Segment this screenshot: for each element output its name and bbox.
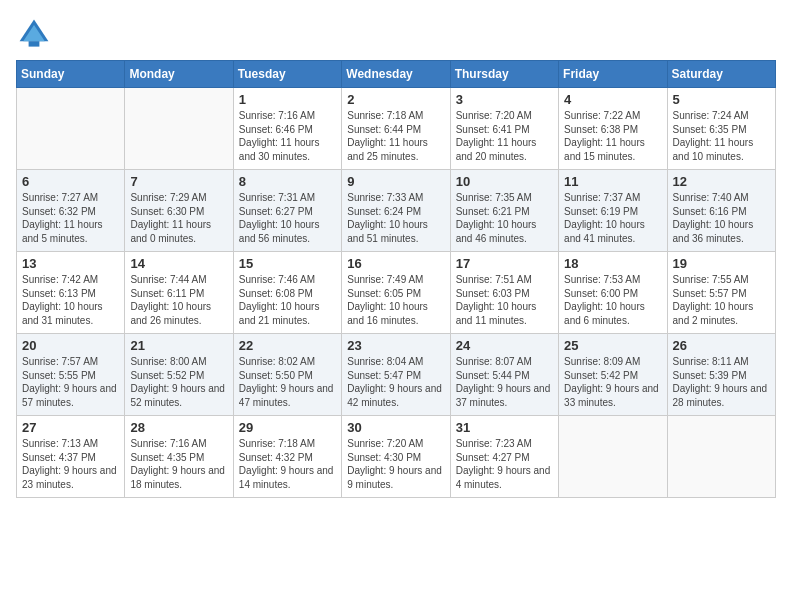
day-detail: Sunrise: 7:18 AM Sunset: 6:44 PM Dayligh… — [347, 109, 444, 163]
calendar-cell: 5Sunrise: 7:24 AM Sunset: 6:35 PM Daylig… — [667, 88, 775, 170]
calendar-week-3: 13Sunrise: 7:42 AM Sunset: 6:13 PM Dayli… — [17, 252, 776, 334]
calendar-cell: 3Sunrise: 7:20 AM Sunset: 6:41 PM Daylig… — [450, 88, 558, 170]
day-detail: Sunrise: 8:04 AM Sunset: 5:47 PM Dayligh… — [347, 355, 444, 409]
day-detail: Sunrise: 7:23 AM Sunset: 4:27 PM Dayligh… — [456, 437, 553, 491]
day-detail: Sunrise: 7:29 AM Sunset: 6:30 PM Dayligh… — [130, 191, 227, 245]
day-detail: Sunrise: 7:27 AM Sunset: 6:32 PM Dayligh… — [22, 191, 119, 245]
day-number: 16 — [347, 256, 444, 271]
calendar-cell — [17, 88, 125, 170]
calendar-cell — [667, 416, 775, 498]
day-number: 12 — [673, 174, 770, 189]
day-number: 19 — [673, 256, 770, 271]
calendar-table: SundayMondayTuesdayWednesdayThursdayFrid… — [16, 60, 776, 498]
day-detail: Sunrise: 8:11 AM Sunset: 5:39 PM Dayligh… — [673, 355, 770, 409]
day-number: 5 — [673, 92, 770, 107]
day-number: 30 — [347, 420, 444, 435]
day-header-saturday: Saturday — [667, 61, 775, 88]
calendar-cell: 7Sunrise: 7:29 AM Sunset: 6:30 PM Daylig… — [125, 170, 233, 252]
day-detail: Sunrise: 7:37 AM Sunset: 6:19 PM Dayligh… — [564, 191, 661, 245]
calendar-cell: 27Sunrise: 7:13 AM Sunset: 4:37 PM Dayli… — [17, 416, 125, 498]
day-detail: Sunrise: 7:57 AM Sunset: 5:55 PM Dayligh… — [22, 355, 119, 409]
day-number: 2 — [347, 92, 444, 107]
calendar-cell: 8Sunrise: 7:31 AM Sunset: 6:27 PM Daylig… — [233, 170, 341, 252]
day-detail: Sunrise: 8:00 AM Sunset: 5:52 PM Dayligh… — [130, 355, 227, 409]
day-detail: Sunrise: 7:22 AM Sunset: 6:38 PM Dayligh… — [564, 109, 661, 163]
calendar-cell: 20Sunrise: 7:57 AM Sunset: 5:55 PM Dayli… — [17, 334, 125, 416]
day-number: 15 — [239, 256, 336, 271]
day-header-thursday: Thursday — [450, 61, 558, 88]
day-header-sunday: Sunday — [17, 61, 125, 88]
calendar-week-5: 27Sunrise: 7:13 AM Sunset: 4:37 PM Dayli… — [17, 416, 776, 498]
calendar-cell: 22Sunrise: 8:02 AM Sunset: 5:50 PM Dayli… — [233, 334, 341, 416]
day-number: 3 — [456, 92, 553, 107]
day-number: 29 — [239, 420, 336, 435]
day-number: 10 — [456, 174, 553, 189]
day-detail: Sunrise: 7:42 AM Sunset: 6:13 PM Dayligh… — [22, 273, 119, 327]
day-number: 1 — [239, 92, 336, 107]
page-header — [16, 16, 776, 52]
calendar-cell: 25Sunrise: 8:09 AM Sunset: 5:42 PM Dayli… — [559, 334, 667, 416]
day-number: 20 — [22, 338, 119, 353]
calendar-cell: 1Sunrise: 7:16 AM Sunset: 6:46 PM Daylig… — [233, 88, 341, 170]
day-detail: Sunrise: 7:31 AM Sunset: 6:27 PM Dayligh… — [239, 191, 336, 245]
day-detail: Sunrise: 7:55 AM Sunset: 5:57 PM Dayligh… — [673, 273, 770, 327]
calendar-cell: 24Sunrise: 8:07 AM Sunset: 5:44 PM Dayli… — [450, 334, 558, 416]
day-number: 27 — [22, 420, 119, 435]
calendar-cell — [559, 416, 667, 498]
calendar-cell: 10Sunrise: 7:35 AM Sunset: 6:21 PM Dayli… — [450, 170, 558, 252]
day-detail: Sunrise: 8:09 AM Sunset: 5:42 PM Dayligh… — [564, 355, 661, 409]
day-number: 23 — [347, 338, 444, 353]
calendar-cell: 30Sunrise: 7:20 AM Sunset: 4:30 PM Dayli… — [342, 416, 450, 498]
calendar-cell: 15Sunrise: 7:46 AM Sunset: 6:08 PM Dayli… — [233, 252, 341, 334]
logo-icon — [16, 16, 52, 52]
day-detail: Sunrise: 7:35 AM Sunset: 6:21 PM Dayligh… — [456, 191, 553, 245]
calendar-cell: 6Sunrise: 7:27 AM Sunset: 6:32 PM Daylig… — [17, 170, 125, 252]
day-detail: Sunrise: 7:40 AM Sunset: 6:16 PM Dayligh… — [673, 191, 770, 245]
day-number: 13 — [22, 256, 119, 271]
day-number: 7 — [130, 174, 227, 189]
calendar-cell: 29Sunrise: 7:18 AM Sunset: 4:32 PM Dayli… — [233, 416, 341, 498]
day-number: 26 — [673, 338, 770, 353]
day-detail: Sunrise: 7:13 AM Sunset: 4:37 PM Dayligh… — [22, 437, 119, 491]
day-detail: Sunrise: 7:24 AM Sunset: 6:35 PM Dayligh… — [673, 109, 770, 163]
day-detail: Sunrise: 7:49 AM Sunset: 6:05 PM Dayligh… — [347, 273, 444, 327]
day-number: 28 — [130, 420, 227, 435]
day-header-wednesday: Wednesday — [342, 61, 450, 88]
day-number: 24 — [456, 338, 553, 353]
day-number: 6 — [22, 174, 119, 189]
calendar-cell: 4Sunrise: 7:22 AM Sunset: 6:38 PM Daylig… — [559, 88, 667, 170]
day-number: 21 — [130, 338, 227, 353]
day-header-tuesday: Tuesday — [233, 61, 341, 88]
calendar-cell: 31Sunrise: 7:23 AM Sunset: 4:27 PM Dayli… — [450, 416, 558, 498]
day-detail: Sunrise: 7:18 AM Sunset: 4:32 PM Dayligh… — [239, 437, 336, 491]
header-row: SundayMondayTuesdayWednesdayThursdayFrid… — [17, 61, 776, 88]
day-detail: Sunrise: 7:44 AM Sunset: 6:11 PM Dayligh… — [130, 273, 227, 327]
calendar-cell: 18Sunrise: 7:53 AM Sunset: 6:00 PM Dayli… — [559, 252, 667, 334]
calendar-week-2: 6Sunrise: 7:27 AM Sunset: 6:32 PM Daylig… — [17, 170, 776, 252]
day-detail: Sunrise: 7:51 AM Sunset: 6:03 PM Dayligh… — [456, 273, 553, 327]
day-number: 4 — [564, 92, 661, 107]
calendar-cell: 26Sunrise: 8:11 AM Sunset: 5:39 PM Dayli… — [667, 334, 775, 416]
svg-rect-2 — [29, 41, 40, 46]
calendar-cell: 19Sunrise: 7:55 AM Sunset: 5:57 PM Dayli… — [667, 252, 775, 334]
day-detail: Sunrise: 7:33 AM Sunset: 6:24 PM Dayligh… — [347, 191, 444, 245]
calendar-cell: 16Sunrise: 7:49 AM Sunset: 6:05 PM Dayli… — [342, 252, 450, 334]
day-number: 14 — [130, 256, 227, 271]
calendar-cell: 11Sunrise: 7:37 AM Sunset: 6:19 PM Dayli… — [559, 170, 667, 252]
day-detail: Sunrise: 8:07 AM Sunset: 5:44 PM Dayligh… — [456, 355, 553, 409]
calendar-cell: 2Sunrise: 7:18 AM Sunset: 6:44 PM Daylig… — [342, 88, 450, 170]
day-detail: Sunrise: 7:20 AM Sunset: 6:41 PM Dayligh… — [456, 109, 553, 163]
day-number: 25 — [564, 338, 661, 353]
day-number: 18 — [564, 256, 661, 271]
day-detail: Sunrise: 7:46 AM Sunset: 6:08 PM Dayligh… — [239, 273, 336, 327]
calendar-week-1: 1Sunrise: 7:16 AM Sunset: 6:46 PM Daylig… — [17, 88, 776, 170]
calendar-cell: 13Sunrise: 7:42 AM Sunset: 6:13 PM Dayli… — [17, 252, 125, 334]
day-number: 11 — [564, 174, 661, 189]
day-number: 9 — [347, 174, 444, 189]
day-number: 8 — [239, 174, 336, 189]
logo — [16, 16, 56, 52]
calendar-cell: 14Sunrise: 7:44 AM Sunset: 6:11 PM Dayli… — [125, 252, 233, 334]
calendar-cell — [125, 88, 233, 170]
day-number: 22 — [239, 338, 336, 353]
day-detail: Sunrise: 7:20 AM Sunset: 4:30 PM Dayligh… — [347, 437, 444, 491]
